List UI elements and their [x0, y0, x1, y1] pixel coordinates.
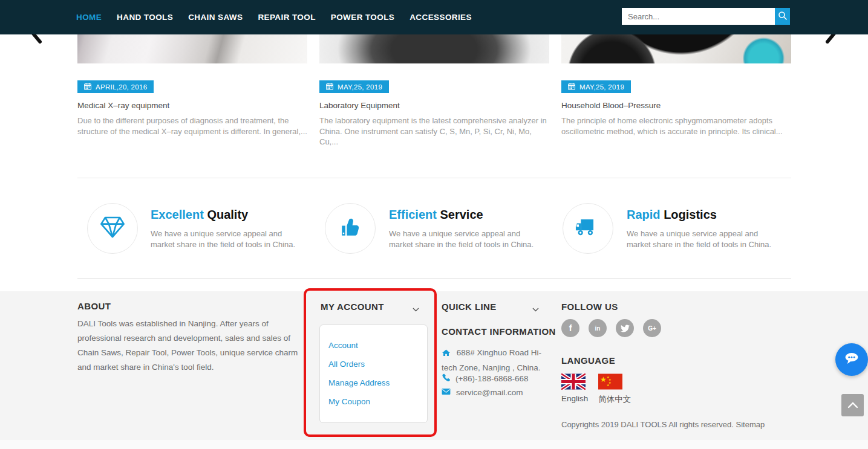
twitter-icon[interactable]: [616, 319, 634, 337]
contact-phone-text: (+86)-188-6868-668: [455, 374, 528, 383]
chevron-right-icon: [824, 35, 840, 45]
post-date: MAY,25, 2019: [338, 83, 382, 91]
post-excerpt: The principle of home electronic sphygmo…: [561, 115, 791, 137]
footer-contact-heading: CONTACT INFORMATION: [442, 326, 556, 337]
uk-flag-icon: [561, 373, 586, 390]
truck-icon: [575, 216, 601, 241]
google-plus-icon[interactable]: G+: [643, 319, 661, 337]
feature-highlight: Excellent: [151, 208, 204, 221]
feature-quality-text: We have a unique service appeal and mark…: [151, 228, 307, 250]
nav-item-power-tools[interactable]: POWER TOOLS: [331, 13, 394, 22]
language-option-english[interactable]: English: [561, 373, 588, 405]
post-date: APRIL,20, 2016: [96, 83, 147, 91]
feature-highlight: Rapid: [627, 208, 661, 221]
chat-button[interactable]: [835, 343, 868, 376]
search-icon: [778, 11, 788, 22]
nav-item-home[interactable]: HOME: [76, 13, 102, 22]
footer-about-heading: ABOUT: [77, 301, 111, 311]
language-option-chinese[interactable]: ★★★★★ 简体中文: [598, 373, 631, 405]
nav-item-hand-tools[interactable]: HAND TOOLS: [117, 13, 173, 22]
calendar-icon: [84, 83, 91, 91]
post-title[interactable]: Household Blood–Pressure: [561, 101, 661, 110]
my-account-link-my-coupon[interactable]: My Coupon: [328, 397, 370, 406]
social-icons-row: f in G+: [561, 319, 661, 337]
post-date-badge: APRIL,20, 2016: [77, 80, 154, 93]
footer-bottom-strip: [0, 440, 868, 449]
feature-quality-circle: [87, 203, 138, 254]
footer: ABOUT DALI Tools was established in Nanj…: [0, 291, 868, 440]
chat-bubble-icon: [843, 349, 861, 370]
contact-address: 688# Xinghuo Road Hi-tech Zone, Nanjing …: [442, 346, 553, 375]
contact-phone: (+86)-188-6868-668: [442, 373, 528, 384]
phone-icon: [442, 373, 450, 384]
feature-service-heading: Efficient Service: [389, 208, 483, 222]
my-account-link-account[interactable]: Account: [328, 341, 358, 350]
contact-email: service@mail.com: [442, 388, 523, 397]
feature-quality-heading: Excellent Quality: [151, 208, 248, 222]
feature-rest: Quality: [207, 208, 248, 221]
footer-follow-heading: FOLLOW US: [561, 302, 618, 312]
facebook-glyph: f: [569, 323, 572, 333]
svg-text:★: ★: [607, 383, 610, 387]
section-divider: [77, 178, 791, 178]
post-excerpt: The laboratory equipment is the latest c…: [319, 115, 549, 147]
svg-text:★: ★: [600, 375, 607, 384]
footer-quick-line-heading[interactable]: QUICK LINE: [442, 302, 497, 312]
copyright-text: Copyrights 2019 DALI TOOLS All rights re…: [561, 420, 765, 429]
post-title[interactable]: Medical X–ray equipment: [77, 101, 169, 110]
post-date-badge: MAY,25, 2019: [561, 80, 631, 93]
linkedin-glyph: in: [595, 325, 601, 332]
chevron-left-icon: [28, 35, 44, 45]
nav-item-repair-tool[interactable]: REPAIR TOOL: [258, 13, 315, 22]
post-date-badge: MAY,25, 2019: [319, 80, 389, 93]
post-excerpt: Due to the different purposes of diagnos…: [77, 115, 307, 137]
top-navbar: HOME HAND TOOLS CHAIN SAWS REPAIR TOOL P…: [0, 0, 868, 34]
post-title[interactable]: Laboratory Equipment: [319, 101, 400, 110]
google-plus-glyph: G+: [648, 325, 656, 332]
language-label: 简体中文: [598, 394, 631, 405]
language-options: English ★★★★★ 简体中文: [561, 373, 631, 405]
search-input[interactable]: [622, 8, 775, 25]
my-account-link-all-orders[interactable]: All Orders: [328, 360, 365, 369]
search-button[interactable]: [775, 8, 790, 25]
footer-language-heading: LANGUAGE: [561, 355, 615, 366]
chevron-down-icon[interactable]: [532, 303, 539, 314]
feature-logistics-heading: Rapid Logistics: [627, 208, 717, 222]
contact-address-text: 688# Xinghuo Road Hi-tech Zone, Nanjing …: [442, 348, 541, 372]
nav-item-chain-saws[interactable]: CHAIN SAWS: [188, 13, 243, 22]
feature-logistics-circle: [563, 203, 613, 254]
facebook-icon[interactable]: f: [561, 319, 579, 337]
feature-highlight: Efficient: [389, 208, 437, 221]
nav-item-accessories[interactable]: ACCESSORIES: [410, 13, 472, 22]
feature-service-circle: [325, 203, 376, 254]
envelope-icon: [442, 388, 451, 397]
page: HOME HAND TOOLS CHAIN SAWS REPAIR TOOL P…: [0, 0, 868, 449]
footer-about-text: DALI Tools was established in Nanjing. A…: [77, 317, 302, 375]
home-icon: [442, 349, 453, 358]
thumbs-up-icon: [338, 215, 362, 242]
feature-rest: Logistics: [664, 208, 717, 221]
calendar-icon: [326, 83, 333, 91]
post-date: MAY,25, 2019: [579, 83, 624, 91]
chevron-down-icon[interactable]: [413, 303, 419, 314]
china-flag-icon: ★★★★★: [598, 373, 622, 390]
scroll-to-top-button[interactable]: [841, 394, 864, 416]
footer-my-account-heading[interactable]: MY ACCOUNT: [321, 302, 384, 312]
language-label: English: [561, 394, 588, 403]
section-divider: [77, 278, 791, 279]
my-account-link-manage-address[interactable]: Manage Address: [328, 378, 390, 387]
my-account-dropdown: [319, 325, 428, 423]
calendar-icon: [568, 83, 575, 91]
search-bar: [622, 8, 790, 25]
linkedin-icon[interactable]: in: [589, 319, 607, 337]
feature-service-text: We have a unique service appeal and mark…: [389, 228, 545, 250]
feature-logistics-text: We have a unique service appeal and mark…: [627, 228, 783, 250]
contact-email-text: service@mail.com: [456, 388, 523, 397]
feature-rest: Service: [440, 208, 483, 221]
diamond-icon: [99, 215, 126, 242]
chevron-up-icon: [847, 400, 858, 411]
